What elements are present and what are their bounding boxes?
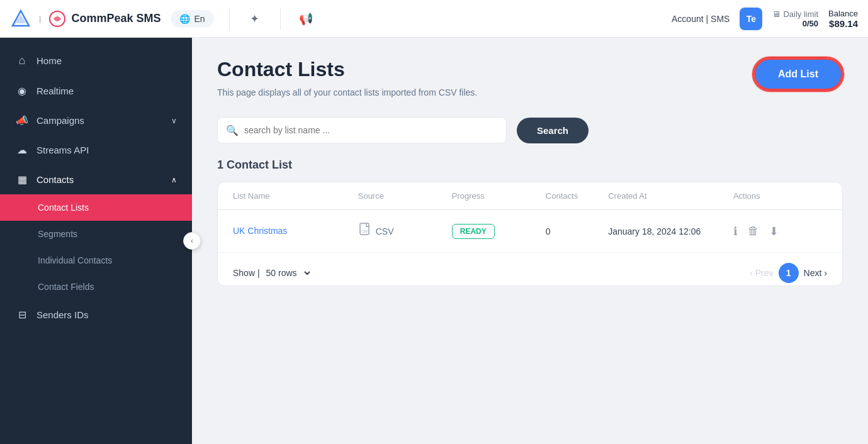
lang-label: En [194,14,205,24]
streams-icon: ☁ [15,144,29,156]
nav-divider [229,8,230,30]
sidebar-item-individual-contacts-label: Individual Contacts [38,255,112,265]
search-input-wrap: 🔍 [217,117,507,143]
chevron-up-icon: ∧ [171,175,177,184]
current-page-number: 1 [779,263,799,283]
chevron-left-icon: ‹ [750,268,753,278]
daily-limit: 🖥 Daily limit 0/50 [772,9,818,28]
logo: | CommPeak SMS [10,8,161,30]
sidebar-toggle[interactable]: ‹ [183,232,201,250]
cell-contacts: 0 [546,226,608,236]
senders-icon: ⊟ [15,309,29,321]
home-icon: ⌂ [15,54,29,67]
list-count: 1 Contact List [217,158,843,172]
campaigns-icon: 📣 [15,114,29,126]
daily-limit-label: 🖥 Daily limit [772,9,818,19]
list-name-link[interactable]: UK Christmas [233,226,287,236]
cell-list-name: UK Christmas [233,225,358,238]
monitor-icon: 🖥 [772,9,781,19]
next-label: Next [804,268,822,278]
app-name: CommPeak SMS [71,12,161,25]
nav-divider2 [280,8,281,30]
source-label: CSV [376,226,394,236]
sidebar-item-contacts-label: Contacts [37,174,164,185]
sidebar-item-senders[interactable]: ⊟ Senders IDs [0,300,192,330]
sidebar-nav: ⌂ Home ◉ Realtime 📣 Campaigns ∨ ☁ Stream… [0,38,192,444]
sidebar-item-contact-fields[interactable]: Contact Fields [0,274,192,300]
notification-icon[interactable]: 📢 [296,9,316,29]
sidebar-item-senders-label: Senders IDs [37,309,177,320]
sidebar: ‹ ⌂ Home ◉ Realtime 📣 Campaigns ∨ ☁ Stre… [0,38,192,444]
account-nav[interactable]: Account | Account | SMSSMS [672,14,730,24]
sidebar-item-segments-label: Segments [38,229,77,239]
col-created-at: Created At [608,191,733,201]
contact-list-table: List Name Source Progress Contacts Creat… [217,182,843,286]
commpeak-icon [48,10,66,28]
contacts-sub-nav: Contact Lists Segments Individual Contac… [0,194,192,300]
page-header-text: Contact Lists This page displays all of … [217,58,477,99]
page-subtitle: This page displays all of your contact l… [217,86,477,99]
search-icon: 🔍 [226,125,239,136]
cell-created-at: January 18, 2024 12:06 [608,226,733,236]
sidebar-item-individual-contacts[interactable]: Individual Contacts [0,247,192,274]
app-header: | CommPeak SMS 🌐 En ✦ 📢 Account | Accoun… [0,0,868,38]
sidebar-item-contacts[interactable]: ▦ Contacts ∧ [0,165,192,194]
sidebar-item-streams[interactable]: ☁ Streams API [0,135,192,165]
sidebar-item-realtime[interactable]: ◉ Realtime [0,76,192,106]
header-right: Account | Account | SMSSMS Te 🖥 Daily li… [672,8,858,30]
sidebar-item-contact-lists[interactable]: Contact Lists [0,194,192,221]
realtime-icon: ◉ [15,85,29,97]
col-list-name: List Name [233,191,358,201]
cell-source: CSV CSV [358,223,452,240]
action-icons: ℹ 🗑 ⬇ [733,225,827,238]
logo-icon [10,8,31,30]
contacts-icon: ▦ [15,174,29,186]
next-button[interactable]: Next › [804,268,827,278]
balance-value: $89.14 [828,18,858,29]
prev-button[interactable]: ‹ Prev [750,268,773,278]
col-source: Source [358,191,452,201]
page-title: Contact Lists [217,58,477,81]
language-selector[interactable]: 🌐 En [171,10,213,28]
help-icon[interactable]: ✦ [245,9,265,29]
pagination: ‹ Prev 1 Next › [750,263,827,283]
sidebar-item-segments[interactable]: Segments [0,221,192,247]
balance: Balance $89.14 [828,9,858,29]
status-badge: READY [452,224,495,239]
rows-select: Show | 50 rows 25 rows 100 rows [233,267,312,279]
rows-per-page-select[interactable]: 50 rows 25 rows 100 rows [264,267,312,279]
sidebar-item-contact-lists-label: Contact Lists [38,203,89,213]
sidebar-item-campaigns[interactable]: 📣 Campaigns ∨ [0,106,192,135]
search-input[interactable] [217,117,507,143]
table-footer: Show | 50 rows 25 rows 100 rows ‹ Prev 1… [218,253,842,286]
sidebar-item-home[interactable]: ⌂ Home [0,45,192,76]
cell-actions: ℹ 🗑 ⬇ [733,225,827,238]
sidebar-item-realtime-label: Realtime [37,86,177,96]
chevron-down-icon: ∨ [171,116,177,125]
sidebar-item-campaigns-label: Campaigns [37,115,164,126]
main-content: Contact Lists This page displays all of … [192,38,868,444]
delete-action-icon[interactable]: 🗑 [748,225,759,238]
sidebar-item-streams-label: Streams API [37,145,177,155]
svg-text:CSV: CSV [361,230,368,233]
download-action-icon[interactable]: ⬇ [769,225,779,238]
info-action-icon[interactable]: ℹ [733,225,738,238]
sidebar-item-contact-fields-label: Contact Fields [38,282,94,292]
cell-progress: READY [452,224,546,239]
balance-label: Balance [828,9,858,18]
header-nav: 🌐 En ✦ 📢 [171,8,662,30]
search-row: 🔍 Search [217,117,843,143]
daily-limit-value: 0/50 [772,19,818,28]
chevron-right-icon: › [824,268,827,278]
page-header: Contact Lists This page displays all of … [217,58,843,99]
table-row: UK Christmas CSV CSV READY 0 [218,210,842,253]
add-list-button[interactable]: Add List [753,58,843,91]
search-button[interactable]: Search [517,118,589,143]
prev-label: Prev [755,268,774,278]
col-progress: Progress [452,191,546,201]
avatar[interactable]: Te [740,8,762,30]
col-actions: Actions [733,191,827,201]
show-label: Show | [233,268,260,278]
globe-icon: 🌐 [179,14,190,24]
sidebar-item-home-label: Home [37,55,177,66]
